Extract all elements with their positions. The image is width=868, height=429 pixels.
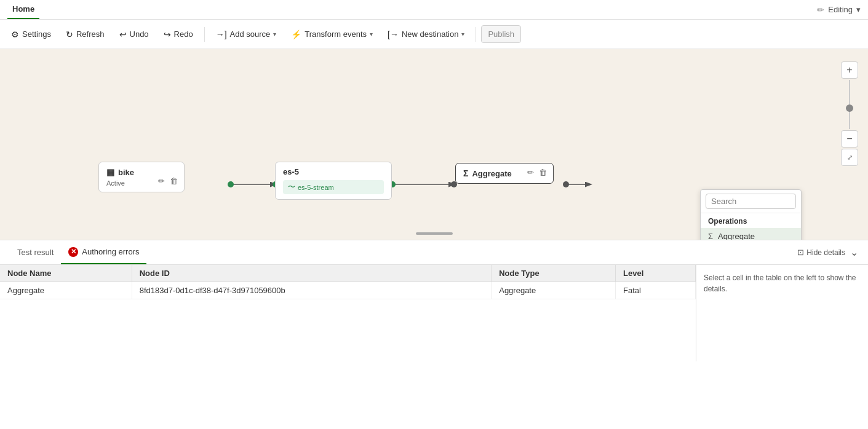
separator-1: [204, 27, 205, 42]
authoring-errors-tab[interactable]: ✕ Authoring errors: [61, 240, 146, 264]
add-source-chevron-icon: ▾: [273, 31, 276, 37]
bike-edit-button[interactable]: ✏: [157, 175, 166, 187]
bottom-tabs: Test result ✕ Authoring errors ⊡ Hide de…: [0, 240, 868, 265]
toolbar: ⚙ Settings ↻ Refresh ↩ Undo ↪ Redo →] Ad…: [0, 20, 868, 49]
collapse-bottom-panel-button[interactable]: ⌄: [850, 246, 858, 258]
transform-chevron-icon: ▾: [370, 31, 373, 37]
home-tab[interactable]: Home: [7, 0, 39, 19]
col-node-type: Node Type: [492, 265, 616, 282]
refresh-icon: ↻: [66, 30, 73, 39]
col-node-id: Node ID: [132, 265, 492, 282]
cell-node-id: 8fd183d7-0d1c-df38-d47f-3d971059600b: [132, 282, 492, 299]
svg-point-7: [563, 181, 569, 187]
details-text: Select a cell in the table on the left t…: [704, 272, 861, 294]
title-bar: Home ✏ Editing ▾: [0, 0, 868, 20]
errors-table: Node Name Node ID Node Type Level Aggreg…: [0, 265, 696, 299]
separator-2: [476, 27, 476, 42]
search-input[interactable]: [706, 194, 796, 209]
undo-icon: ↩: [119, 30, 127, 39]
col-node-name: Node Name: [0, 265, 132, 282]
zoom-thumb[interactable]: [846, 104, 853, 112]
undo-button[interactable]: ↩ Undo: [113, 26, 155, 43]
table-icon: ▦: [106, 167, 114, 177]
new-destination-chevron-icon: ▾: [461, 31, 464, 37]
transform-events-button[interactable]: ⚡ Transform events ▾: [285, 26, 379, 43]
cell-node-type: Aggregate: [492, 282, 616, 299]
zoom-controls: + − ⤢: [841, 61, 858, 166]
cell-node-name: Aggregate: [0, 282, 132, 299]
title-bar-right: ✏ Editing ▾: [817, 5, 861, 15]
test-result-tab[interactable]: Test result: [10, 240, 61, 264]
aggregate-node[interactable]: Σ Aggregate ✏ 🗑: [455, 163, 554, 184]
zoom-track: [849, 80, 850, 129]
bottom-panel: Test result ✕ Authoring errors ⊡ Hide de…: [0, 240, 868, 361]
add-source-icon: →]: [216, 30, 227, 39]
cell-level: Fatal: [616, 282, 696, 299]
dropdown-search-container: [701, 190, 801, 213]
redo-button[interactable]: ↪ Redo: [157, 26, 199, 43]
error-badge: ✕: [68, 247, 78, 257]
col-level: Level: [616, 265, 696, 282]
zoom-out-button[interactable]: −: [841, 130, 858, 148]
redo-icon: ↪: [164, 30, 171, 39]
details-panel: Select a cell in the table on the left t…: [696, 265, 868, 361]
hide-details-button[interactable]: ⊡ Hide details: [797, 248, 845, 257]
aggregate-node-actions: ✏ 🗑: [526, 167, 548, 178]
aggregate-delete-button[interactable]: 🗑: [538, 167, 548, 178]
bike-delete-button[interactable]: 🗑: [169, 175, 179, 187]
bike-node-actions: ✏ 🗑: [157, 175, 179, 187]
aggregate-item[interactable]: Σ Aggregate: [701, 228, 801, 240]
publish-button[interactable]: Publish: [481, 25, 521, 43]
transform-icon: ⚡: [291, 30, 301, 39]
es5-node-title: es-5: [283, 167, 384, 176]
refresh-button[interactable]: ↻ Refresh: [60, 26, 111, 43]
fit-button[interactable]: ⤢: [841, 149, 858, 166]
aggregate-edit-button[interactable]: ✏: [526, 167, 535, 178]
es5-stream-tag: 〜 es-5-stream: [283, 180, 384, 194]
zoom-in-button[interactable]: +: [841, 61, 858, 79]
chevron-down-icon[interactable]: ▾: [856, 5, 861, 14]
errors-table-container: Node Name Node ID Node Type Level Aggreg…: [0, 265, 696, 361]
settings-icon: ⚙: [11, 30, 19, 39]
svg-point-1: [228, 181, 234, 187]
canvas-scrollbar[interactable]: [416, 232, 453, 235]
stream-icon: 〜: [288, 182, 295, 192]
error-circle-icon: ✕: [68, 247, 78, 257]
aggregate-icon: Σ: [708, 232, 713, 240]
operations-dropdown: Operations Σ Aggregate ⇥ Expand ≡ Filter…: [700, 189, 802, 240]
es5-node[interactable]: es-5 〜 es-5-stream: [275, 162, 392, 200]
hide-details-icon: ⊡: [797, 248, 804, 257]
editing-label: Editing: [828, 5, 853, 14]
add-source-button[interactable]: →] Add source ▾: [210, 26, 283, 43]
settings-button[interactable]: ⚙ Settings: [5, 26, 57, 43]
bottom-content: Node Name Node ID Node Type Level Aggreg…: [0, 265, 868, 361]
sigma-icon: Σ: [463, 168, 468, 178]
new-destination-icon: [→: [388, 30, 399, 39]
table-row[interactable]: Aggregate 8fd183d7-0d1c-df38-d47f-3d9710…: [0, 282, 696, 299]
new-destination-button[interactable]: [→ New destination ▾: [381, 26, 471, 43]
operations-section-header: Operations: [701, 213, 801, 228]
bike-node[interactable]: ▦ bike Active ✏ 🗑: [98, 162, 185, 192]
canvas: ▦ bike Active ✏ 🗑 es-5 〜 es-5-stream Σ A…: [0, 49, 868, 240]
pencil-icon: ✏: [817, 5, 824, 15]
